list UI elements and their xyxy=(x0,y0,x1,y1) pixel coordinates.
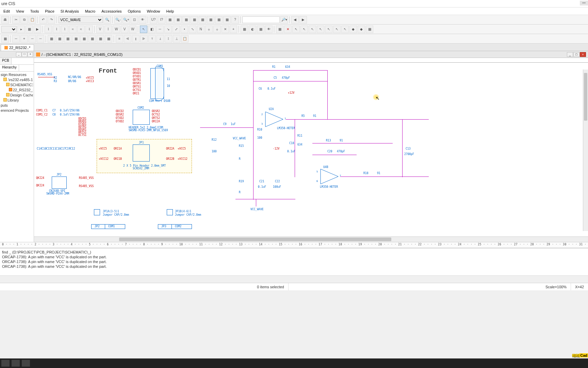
t3-f[interactable]: ▦ xyxy=(48,35,55,43)
t2-a[interactable]: ▸ xyxy=(17,26,25,33)
u-button[interactable]: U? xyxy=(150,16,157,24)
menu-place[interactable]: Place xyxy=(42,9,57,14)
align-top-button[interactable]: ⫯ xyxy=(148,35,156,43)
t2-x7[interactable]: ↖ xyxy=(292,26,300,33)
menu-tools[interactable]: Tools xyxy=(28,9,42,14)
taskbar-button[interactable] xyxy=(12,360,20,367)
t2-xa[interactable]: ↖ xyxy=(317,26,324,33)
t3-c[interactable]: + xyxy=(20,35,28,43)
align-mid-button[interactable]: ⫰ xyxy=(157,35,164,43)
menu-window[interactable]: Window xyxy=(144,9,163,14)
redo-button[interactable]: ↷ xyxy=(48,16,55,24)
t3-o[interactable]: ⊥ xyxy=(173,35,180,43)
t3-d[interactable]: ─ xyxy=(29,35,36,43)
menu-options[interactable]: Options xyxy=(125,9,144,14)
doc-tab[interactable]: 22_RS232..* xyxy=(1,44,34,51)
help-button[interactable]: ? xyxy=(231,16,239,24)
paste-button[interactable]: 📋 xyxy=(29,16,36,24)
copy-button[interactable]: ⧉ xyxy=(20,16,28,24)
place-nc-button[interactable]: ✕ xyxy=(222,26,229,33)
horizontal-scrollbar[interactable] xyxy=(34,236,588,242)
menu-accessories[interactable]: Accessories xyxy=(99,9,124,14)
zoom-fit-button[interactable]: 👁 xyxy=(139,16,146,24)
place-wire-button[interactable]: ─ xyxy=(156,26,164,33)
place-net-button[interactable]: ↘ xyxy=(164,26,172,33)
layer-select[interactable] xyxy=(1,26,17,33)
taskbar-button[interactable] xyxy=(22,360,30,367)
place-power-button[interactable]: ⏚ xyxy=(205,26,213,33)
select-tool[interactable]: ↖ xyxy=(140,26,147,33)
scroll-thumb[interactable] xyxy=(584,73,587,121)
tool-a[interactable]: ▦ xyxy=(166,16,174,24)
canvas-close-button[interactable]: × xyxy=(580,52,586,57)
print-button[interactable]: 🖶 xyxy=(1,16,9,24)
tool-e[interactable]: ▦ xyxy=(199,16,206,24)
menu-help[interactable]: Help xyxy=(164,9,177,14)
search-input[interactable] xyxy=(242,16,280,23)
cut-button[interactable]: ✂ xyxy=(12,16,20,24)
t3-k[interactable]: ▦ xyxy=(88,35,96,43)
delete-button[interactable]: ✕ xyxy=(284,26,292,33)
t2-x5[interactable]: 👁 xyxy=(265,26,273,33)
place-junction-button[interactable]: • xyxy=(181,26,188,33)
tab-pcb[interactable]: PCB xyxy=(0,58,12,64)
t3-h[interactable]: ▦ xyxy=(64,35,71,43)
t2-k[interactable]: W xyxy=(113,26,120,33)
t2-x6[interactable]: ▦ xyxy=(276,26,283,33)
menu-si-analysis[interactable]: SI Analysis xyxy=(58,9,82,14)
t2-x8[interactable]: ↖ xyxy=(300,26,308,33)
zoom-find-button[interactable]: 🔍 xyxy=(103,16,111,24)
run-button[interactable]: ▶ xyxy=(34,26,41,33)
t2-h[interactable]: ⌇ xyxy=(85,26,93,33)
t2-x9[interactable]: ↖ xyxy=(309,26,316,33)
place-bus-button[interactable]: ⤢ xyxy=(173,26,180,33)
place-gnd-button[interactable]: ⏚ xyxy=(213,26,221,33)
tool-f[interactable]: ▦ xyxy=(207,16,214,24)
binoculars-button[interactable]: 🔎▾ xyxy=(280,16,288,24)
t3-p[interactable]: 📋 xyxy=(181,35,189,43)
menu-edit[interactable]: Edit xyxy=(1,9,13,14)
t2-b[interactable]: ▦ xyxy=(26,26,33,33)
align-bot-button[interactable]: ⫱ xyxy=(165,35,172,43)
t2-xc[interactable]: ↖ xyxy=(333,26,341,33)
t3-g[interactable]: ▦ xyxy=(56,35,63,43)
align-center-button[interactable]: ⫿ xyxy=(132,35,140,43)
t2-c[interactable]: ⌇ xyxy=(45,26,52,33)
schematic-canvas[interactable]: Front RS485_VSS R2 R3 NC/0R/06 0R/06 +VC… xyxy=(34,63,588,236)
taskbar-button[interactable] xyxy=(1,360,10,367)
t3-n[interactable]: ≡ xyxy=(116,35,123,43)
zoom-in-button[interactable]: 🔍+ xyxy=(122,16,130,24)
tab-hierarchy[interactable]: Hierarchy xyxy=(0,65,19,71)
t3-l[interactable]: ▦ xyxy=(97,35,104,43)
t2-xe[interactable]: ◆ xyxy=(349,26,357,33)
t2-e[interactable]: ⌇ xyxy=(61,26,68,33)
tool-h[interactable]: ▦ xyxy=(223,16,231,24)
sidebar-min-button[interactable]: _ xyxy=(16,52,21,57)
minimize-button[interactable]: — xyxy=(580,1,588,5)
zoom-out-button[interactable]: 🔍- xyxy=(114,16,122,24)
canvas-max-button[interactable]: □ xyxy=(573,52,579,57)
scroll-thumb[interactable] xyxy=(119,237,391,241)
place-part-button[interactable]: ◧ xyxy=(148,26,156,33)
project-tree[interactable]: sign Resources .\rs232-rs485-1.dsn SCHEM… xyxy=(0,72,34,114)
t2-x2[interactable]: ▦ xyxy=(241,26,248,33)
t2-xf[interactable]: ◆ xyxy=(358,26,365,33)
menu-view[interactable]: View xyxy=(13,9,27,14)
tool-d[interactable]: ▦ xyxy=(191,16,198,24)
place-busent-button[interactable]: ⤡ xyxy=(189,26,196,33)
t3-i[interactable]: ▦ xyxy=(72,35,80,43)
t2-xd[interactable]: ↖ xyxy=(341,26,349,33)
nav-prev-button[interactable]: ◀ xyxy=(291,16,299,24)
undo-button[interactable]: ↶ xyxy=(39,16,47,24)
vertical-scrollbar[interactable] xyxy=(583,70,588,231)
t2-x4[interactable]: ▦ xyxy=(257,26,264,33)
tool-b[interactable]: ▦ xyxy=(174,16,182,24)
net-dropdown[interactable]: VCC_WAVE xyxy=(59,16,103,23)
t2-f[interactable]: ≈ xyxy=(69,26,77,33)
align-left-button[interactable]: ⫷ xyxy=(124,35,131,43)
zoom-area-button[interactable]: ⊡ xyxy=(131,16,138,24)
menu-macro[interactable]: Macro xyxy=(82,9,98,14)
t2-xg[interactable]: ▦ xyxy=(366,26,373,33)
session-log[interactable]: find _ (D:\PROJECT\PCB_PROJECT\SCHEMATIC… xyxy=(0,248,588,275)
t3-j[interactable]: ▦ xyxy=(80,35,88,43)
